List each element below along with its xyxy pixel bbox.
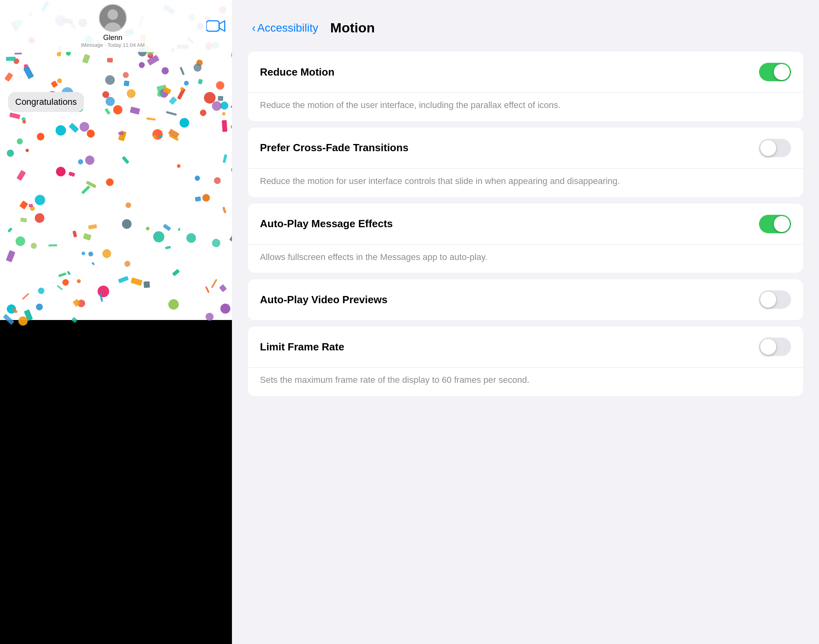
confetti-piece (124, 260, 131, 268)
confetti-piece (220, 304, 230, 314)
confetti-piece (3, 314, 14, 325)
toggle-prefer-cross-fade[interactable] (759, 139, 791, 157)
confetti-piece (15, 236, 26, 247)
confetti-piece (68, 172, 75, 177)
confetti-piece (145, 226, 150, 232)
setting-description-reduce-motion: Reduce the motion of the user interface,… (248, 93, 803, 121)
confetti-piece (81, 185, 90, 194)
confetti-piece (130, 106, 140, 114)
toggle-reduce-motion[interactable] (759, 63, 791, 81)
setting-card-auto-play-video: Auto-Play Video Previews (248, 279, 803, 320)
confetti-piece (205, 286, 210, 293)
confetti-piece (218, 96, 223, 101)
confetti-piece (222, 120, 228, 132)
confetti-piece (23, 66, 34, 79)
confetti-piece (6, 149, 14, 157)
setting-description-auto-play-message: Allows fullscreen effects in the Message… (248, 245, 803, 273)
toggle-auto-play-video[interactable] (759, 290, 791, 309)
confetti-piece (4, 72, 13, 82)
setting-card-reduce-motion: Reduce MotionReduce the motion of the us… (248, 52, 803, 121)
right-panel: ‹ Accessibility Motion Reduce MotionRedu… (232, 0, 819, 644)
confetti-piece (105, 97, 115, 106)
confetti-piece (30, 242, 38, 250)
setting-label-prefer-cross-fade: Prefer Cross-Fade Transitions (260, 142, 408, 154)
setting-card-prefer-cross-fade: Prefer Cross-Fade TransitionsReduce the … (248, 128, 803, 197)
confetti-piece (214, 80, 226, 91)
confetti-piece (223, 154, 228, 163)
confetti-piece (231, 167, 232, 173)
confetti-piece (139, 62, 145, 68)
confetti-piece (37, 287, 45, 295)
confetti-piece (183, 80, 190, 87)
confetti-piece (58, 272, 66, 277)
confetti-piece (169, 96, 177, 105)
confetti-piece (204, 312, 215, 322)
toggle-limit-frame-rate[interactable] (759, 338, 791, 356)
setting-label-auto-play-message: Auto-Play Message Effects (260, 218, 393, 230)
settings-header: ‹ Accessibility Motion (232, 0, 819, 44)
confetti-piece (172, 269, 180, 276)
confetti-piece (165, 246, 171, 250)
confetti-piece (33, 193, 47, 208)
confetti-piece (118, 132, 124, 135)
confetti-piece (101, 248, 113, 259)
confetti-piece (19, 200, 28, 210)
confetti-piece (36, 132, 46, 142)
facetime-icon[interactable] (206, 18, 226, 34)
setting-label-limit-frame-rate: Limit Frame Rate (260, 341, 344, 353)
confetti-piece (122, 71, 130, 79)
confetti-piece (88, 224, 97, 230)
confetti-piece (185, 232, 197, 244)
confetti-piece (231, 98, 232, 111)
confetti-piece (118, 276, 129, 283)
confetti-piece (177, 164, 181, 168)
back-button[interactable]: ‹ Accessibility (252, 22, 318, 34)
confetti-piece (162, 67, 169, 74)
confetti-piece (124, 80, 129, 86)
confetti-piece (20, 218, 27, 223)
setting-label-reduce-motion: Reduce Motion (260, 66, 334, 78)
svg-rect-3 (206, 21, 219, 31)
confetti-piece (166, 111, 177, 116)
confetti-piece (151, 229, 166, 244)
confetti-piece (202, 193, 210, 202)
confetti-piece (211, 238, 222, 248)
messages-header: Glenn iMessage · Today 11:04 AM (0, 0, 232, 52)
setting-row-auto-play-video: Auto-Play Video Previews (248, 279, 803, 320)
confetti-piece (22, 293, 29, 300)
confetti-piece (121, 218, 133, 230)
page-title: Motion (330, 20, 375, 36)
back-label: Accessibility (257, 22, 318, 34)
setting-row-prefer-cross-fade: Prefer Cross-Fade Transitions (248, 128, 803, 169)
confetti-piece (111, 103, 124, 116)
confetti-piece (219, 284, 227, 292)
confetti-piece (126, 88, 136, 99)
confetti-piece (107, 58, 113, 63)
confetti-piece (54, 165, 67, 178)
confetti-piece (81, 251, 86, 256)
confetti-piece (179, 118, 190, 128)
confetti-piece (144, 281, 150, 288)
confetti-piece (57, 285, 63, 290)
setting-row-reduce-motion: Reduce Motion (248, 52, 803, 93)
confetti-piece (76, 279, 82, 284)
toggle-auto-play-message[interactable] (759, 215, 791, 233)
confetti-piece (194, 175, 200, 181)
congratulations-bubble: Congratulations (8, 92, 84, 112)
confetti-piece (130, 278, 142, 286)
confetti-piece (198, 79, 203, 84)
avatar (99, 4, 127, 32)
setting-label-auto-play-video: Auto-Play Video Previews (260, 294, 388, 306)
setting-description-limit-frame-rate: Sets the maximum frame rate of the displ… (248, 368, 803, 396)
message-meta: iMessage · Today 11:04 AM (81, 42, 145, 48)
confetti-piece (213, 176, 222, 185)
confetti-piece (163, 224, 171, 231)
confetti-piece (25, 148, 30, 152)
confetti-piece (87, 250, 94, 257)
setting-card-limit-frame-rate: Limit Frame RateSets the maximum frame r… (248, 326, 803, 396)
confetti-piece (83, 233, 92, 240)
confetti-piece (92, 262, 95, 265)
settings-content: Reduce MotionReduce the motion of the us… (232, 44, 819, 404)
confetti-piece (195, 196, 201, 202)
confetti-piece (180, 67, 185, 75)
